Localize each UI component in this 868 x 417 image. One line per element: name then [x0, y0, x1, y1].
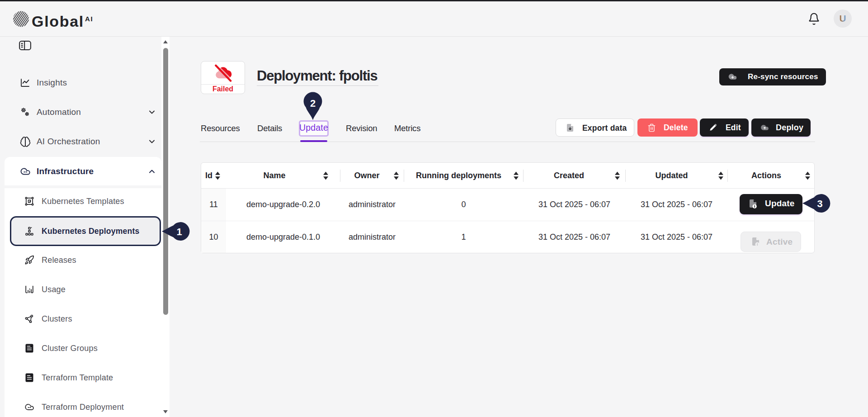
svg-text:3: 3 — [817, 198, 822, 209]
svg-text:1: 1 — [176, 226, 182, 237]
svg-text:2: 2 — [310, 98, 316, 109]
